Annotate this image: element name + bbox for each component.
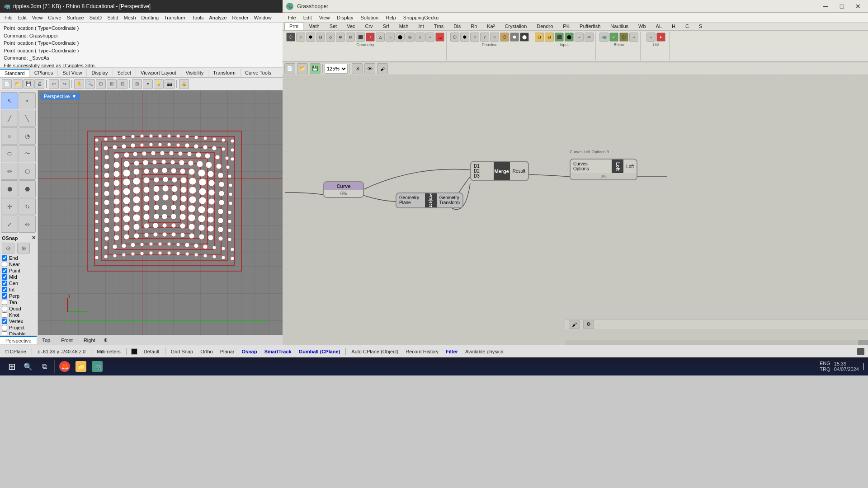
tb-open[interactable]: 📂	[13, 79, 23, 89]
gh-menu-view[interactable]: View	[316, 15, 334, 20]
gh-inp-icon-6[interactable]: ⇒	[585, 33, 594, 42]
tb-lock[interactable]: 🔒	[179, 79, 189, 89]
taskbar-show-desktop[interactable]: |	[863, 362, 864, 371]
gh-zoom-select[interactable]: 125% 100% 75% 50%	[325, 64, 348, 74]
status-ortho[interactable]: Ortho	[198, 349, 215, 354]
tab-viewport-layout[interactable]: Viewport Layout	[136, 69, 181, 76]
tool-circle[interactable]: ○	[1, 127, 18, 145]
status-auto-cplane[interactable]: Auto CPlane (Object)	[349, 349, 400, 354]
gh-tab-msh[interactable]: Msh	[394, 22, 414, 30]
tab-visibility[interactable]: Visibility	[181, 69, 209, 76]
gh-geo-icon-9[interactable]: T	[366, 33, 375, 42]
tool-ellipse[interactable]: ⬭	[1, 145, 18, 162]
menu-tools[interactable]: Tools	[189, 15, 207, 20]
menu-solid[interactable]: Solid	[104, 15, 121, 20]
gh-geo-icon-12[interactable]: ⬤	[396, 33, 405, 42]
menu-drafting[interactable]: Drafting	[139, 15, 162, 20]
gh-tab-rh[interactable]: Rh	[466, 22, 482, 30]
tool-solid[interactable]: ⬣	[19, 180, 36, 197]
gh-menu-solution[interactable]: Solution	[357, 15, 382, 20]
osnap-close[interactable]: ✕	[32, 235, 36, 241]
rhino-viewport-scene[interactable]: x y	[38, 90, 283, 348]
status-gumball[interactable]: Gumball (CPlane)	[297, 349, 342, 354]
gh-prm-icon-5[interactable]: ○	[490, 33, 499, 42]
gh-tab-prm[interactable]: Prm	[284, 22, 303, 30]
vtab-top[interactable]: Top	[37, 337, 56, 344]
taskbar-start[interactable]: ⊞	[4, 358, 20, 375]
gh-geo-icon-11[interactable]: ⬦	[386, 33, 395, 42]
gh-tab-crv[interactable]: Crv	[360, 22, 378, 30]
gh-inp-icon-3[interactable]: ⬛	[555, 33, 564, 42]
tool-scale[interactable]: ⤢	[1, 216, 18, 233]
gh-geo-icon-13[interactable]: ⊞	[406, 33, 415, 42]
osnap-project[interactable]: Project	[2, 325, 36, 330]
menu-subd[interactable]: SubD	[87, 15, 105, 20]
gh-tab-set[interactable]: Set	[325, 22, 342, 30]
tool-select[interactable]: ↖	[1, 92, 18, 109]
gh-inp-icon-5[interactable]: →	[575, 33, 584, 42]
tab-cplanes[interactable]: CPlanes	[30, 69, 58, 76]
gh-tab-s[interactable]: S	[694, 22, 707, 30]
gh-rh-icon-1[interactable]: 🦏	[599, 33, 609, 42]
menu-window[interactable]: Window	[251, 15, 274, 20]
gh-prm-icon-1[interactable]: ⬡	[450, 33, 459, 42]
gh-rh-icon-4[interactable]: →	[629, 33, 638, 42]
tb-camera[interactable]: 📷	[165, 79, 175, 89]
menu-view[interactable]: View	[29, 15, 46, 20]
vtab-add[interactable]: ⊕	[101, 336, 110, 344]
tool-polyline[interactable]: ╲	[19, 110, 36, 127]
tb-grid[interactable]: ⊞	[132, 79, 142, 89]
gh-rh-icon-3[interactable]: ⬡	[619, 33, 628, 42]
gh-geo-icon-10[interactable]: △	[376, 33, 385, 42]
osnap-vertex[interactable]: Vertex	[2, 319, 36, 324]
node-project[interactable]: Geometry Plane Project Geometry Transfor…	[396, 192, 463, 208]
osnap-btn1[interactable]: ⊙	[2, 243, 14, 253]
gh-geo-icon-8[interactable]: ⬛	[356, 33, 365, 42]
gh-inp-icon-4[interactable]: ⬤	[565, 33, 574, 42]
menu-mesh[interactable]: Mesh	[121, 15, 139, 20]
taskbar-task-view[interactable]: ⧉	[36, 358, 52, 375]
gh-tab-trns[interactable]: Trns	[429, 22, 449, 30]
osnap-btn2[interactable]: ⊛	[17, 243, 30, 253]
gh-tab-h[interactable]: H	[667, 22, 680, 30]
gh-util-icon-1[interactable]: →	[646, 33, 656, 42]
tool-mesh[interactable]: ⬢	[1, 180, 18, 197]
status-osnap[interactable]: Osnap	[240, 349, 259, 354]
status-smarttrack[interactable]: SmartTrack	[263, 349, 293, 354]
gh-status-settings[interactable]: ⚙	[583, 320, 594, 329]
status-color-swatch[interactable]	[131, 348, 137, 355]
gh-geo-icon-2[interactable]: ○	[296, 33, 305, 42]
osnap-quad[interactable]: Quad	[2, 306, 36, 311]
gh-inp-icon-2[interactable]: ⊟	[545, 33, 554, 42]
tool-surface[interactable]: ⬡	[19, 163, 36, 180]
gh-geo-icon-6[interactable]: ⊕	[336, 33, 345, 42]
taskbar-firefox[interactable]: 🦊	[57, 358, 73, 375]
osnap-int[interactable]: Int	[2, 287, 36, 292]
taskbar-rhino[interactable]: 🦏	[89, 358, 105, 375]
gh-prm-icon-2[interactable]: ⬢	[460, 33, 469, 42]
gh-canvas-area[interactable]: Curve 6% D1 D2 D3 Merge Result Curves Op…	[283, 75, 868, 310]
gh-rh-icon-2[interactable]: ✓	[609, 33, 618, 42]
gh-geo-icon-5[interactable]: ◇	[326, 33, 335, 42]
gh-tab-srf[interactable]: Srf	[378, 22, 394, 30]
gh-geo-icon-7[interactable]: ⊘	[346, 33, 355, 42]
gh-status-paint[interactable]: 🖌	[569, 320, 580, 329]
taskbar-explorer[interactable]: 📁	[73, 358, 89, 375]
menu-file[interactable]: File	[2, 15, 15, 20]
gh-tb-zoom-frame[interactable]: ⊡	[352, 63, 363, 74]
gh-geo-icon-3[interactable]: ⬢	[306, 33, 315, 42]
tool-freeform[interactable]: ✏	[1, 163, 18, 180]
tb-zoom-sel[interactable]: ⊟	[118, 79, 127, 89]
tb-snap[interactable]: ✦	[143, 79, 153, 89]
gh-prm-icon-7[interactable]: ⬣	[510, 33, 519, 42]
gh-geo-icon-1[interactable]: ⬡	[286, 33, 295, 42]
gh-geo-icon-14[interactable]: ⌂	[415, 33, 425, 42]
gh-geo-icon-16[interactable]: 🍒	[435, 33, 444, 42]
gh-menu-help[interactable]: Help	[382, 15, 400, 20]
node-curve[interactable]: Curve 6%	[323, 181, 364, 198]
gh-menu-display[interactable]: Display	[333, 15, 357, 20]
gh-tb-open[interactable]: 📂	[297, 63, 308, 74]
gh-tab-crystallon[interactable]: Crystallon	[500, 22, 532, 30]
osnap-perp[interactable]: Perp	[2, 293, 36, 299]
status-right-btn[interactable]	[857, 348, 864, 355]
